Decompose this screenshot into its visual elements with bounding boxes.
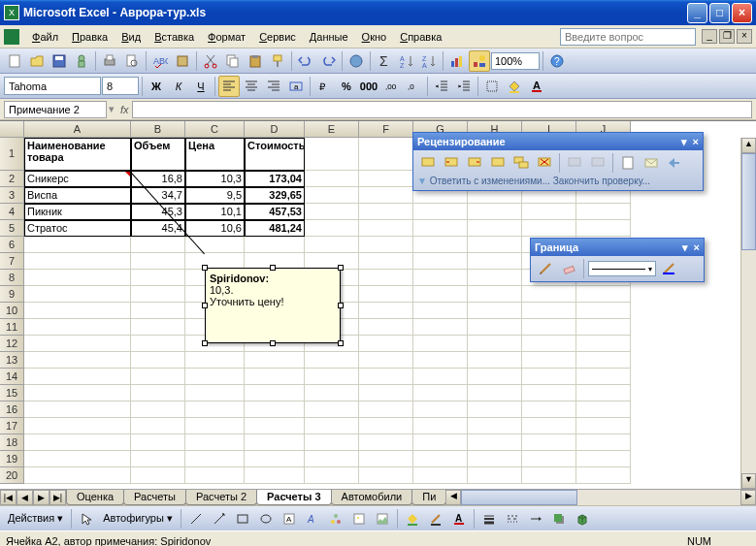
- row-header-7[interactable]: 7: [0, 253, 24, 270]
- copy-icon[interactable]: [222, 50, 244, 72]
- research-icon[interactable]: [172, 50, 193, 72]
- cell-A11[interactable]: [24, 319, 131, 336]
- cell-H11[interactable]: [468, 319, 522, 336]
- cell-A18[interactable]: [24, 434, 131, 451]
- cell-A5[interactable]: Стратос: [24, 220, 131, 237]
- increase-decimal-button[interactable]: ,00: [380, 76, 402, 97]
- cell-F13[interactable]: [359, 352, 413, 369]
- tab-first-button[interactable]: |◀: [0, 490, 16, 505]
- cell-I19[interactable]: [522, 451, 576, 467]
- line-style-selector[interactable]: ▾: [588, 261, 656, 276]
- cell-F16[interactable]: [359, 401, 413, 418]
- cell-H12[interactable]: [468, 336, 522, 352]
- cell-D2[interactable]: 173,04: [245, 171, 305, 187]
- cell-H19[interactable]: [468, 451, 522, 467]
- maximize-button[interactable]: □: [709, 3, 730, 23]
- cell-I17[interactable]: [522, 418, 576, 434]
- cell-J18[interactable]: [576, 434, 631, 451]
- cell-C17[interactable]: [185, 418, 245, 434]
- bold-button[interactable]: Ж: [146, 76, 167, 97]
- help-icon[interactable]: ?: [546, 50, 568, 72]
- row-header-20[interactable]: 20: [0, 467, 24, 484]
- menu-формат[interactable]: Формат: [201, 29, 252, 45]
- cell-A3[interactable]: Виспа: [24, 187, 131, 204]
- font-selector[interactable]: [4, 77, 101, 95]
- cell-C20[interactable]: [185, 467, 245, 484]
- cell-A1[interactable]: Наименование товара: [24, 138, 131, 171]
- cell-H6[interactable]: [468, 237, 522, 253]
- cell-F15[interactable]: [359, 385, 413, 401]
- review-toolbar-close[interactable]: ×: [693, 136, 699, 147]
- cell-H16[interactable]: [468, 401, 522, 418]
- erase-border-icon[interactable]: [558, 258, 579, 279]
- sheet-tab-0[interactable]: Оценка: [66, 490, 124, 505]
- cell-E16[interactable]: [305, 401, 359, 418]
- menu-данные[interactable]: Данные: [303, 29, 355, 45]
- cell-E20[interactable]: [305, 467, 359, 484]
- picture-icon[interactable]: [372, 508, 393, 530]
- name-box[interactable]: [4, 101, 107, 118]
- cell-A4[interactable]: Пикник: [24, 204, 131, 220]
- borders-button[interactable]: [481, 76, 503, 97]
- workbook-icon[interactable]: [4, 29, 19, 45]
- border-toolbar[interactable]: Граница ▾ × ▾: [530, 238, 705, 282]
- textbox-icon[interactable]: A: [279, 508, 300, 530]
- cell-C19[interactable]: [185, 451, 245, 467]
- cell-F10[interactable]: [359, 303, 413, 319]
- row-header-5[interactable]: 5: [0, 220, 24, 237]
- cell-J10[interactable]: [576, 303, 631, 319]
- cell-H8[interactable]: [468, 270, 522, 286]
- cell-I14[interactable]: [522, 369, 576, 385]
- fill-color-button[interactable]: [504, 76, 525, 97]
- hyperlink-icon[interactable]: [345, 50, 367, 72]
- cell-E15[interactable]: [305, 385, 359, 401]
- scroll-down-button[interactable]: ▼: [741, 473, 756, 489]
- cell-G6[interactable]: [413, 237, 468, 253]
- increase-indent-button[interactable]: [453, 76, 475, 97]
- undo-icon[interactable]: [295, 50, 316, 72]
- save-icon[interactable]: [49, 50, 70, 72]
- cell-C6[interactable]: [185, 237, 245, 253]
- cell-E2[interactable]: [305, 171, 359, 187]
- cell-D14[interactable]: [245, 369, 305, 385]
- cell-B2[interactable]: 16,8: [131, 171, 185, 187]
- cell-F9[interactable]: [359, 286, 413, 303]
- sheet-tab-1[interactable]: Расчеты: [123, 490, 186, 505]
- cell-E17[interactable]: [305, 418, 359, 434]
- cell-G12[interactable]: [413, 336, 468, 352]
- cell-C14[interactable]: [185, 369, 245, 385]
- arrow-icon[interactable]: [209, 508, 230, 530]
- show-ink-icon[interactable]: [564, 152, 585, 174]
- menu-файл[interactable]: Файл: [25, 29, 65, 45]
- cell-E14[interactable]: [305, 369, 359, 385]
- actions-menu[interactable]: Действия ▾: [4, 512, 67, 525]
- cell-E13[interactable]: [305, 352, 359, 369]
- cell-I13[interactable]: [522, 352, 576, 369]
- cell-G18[interactable]: [413, 434, 468, 451]
- cell-J12[interactable]: [576, 336, 631, 352]
- cell-J20[interactable]: [576, 467, 631, 484]
- cell-H4[interactable]: [468, 204, 522, 220]
- sheet-tab-4[interactable]: Автомобили: [331, 490, 413, 505]
- minimize-button[interactable]: _: [687, 3, 707, 23]
- cell-A15[interactable]: [24, 385, 131, 401]
- cell-F6[interactable]: [359, 237, 413, 253]
- draw-border-icon[interactable]: [535, 258, 556, 279]
- doc-restore-button[interactable]: ❐: [719, 29, 735, 44]
- cell-J14[interactable]: [576, 369, 631, 385]
- cell-A19[interactable]: [24, 451, 131, 467]
- cell-H7[interactable]: [468, 253, 522, 270]
- print-icon[interactable]: [99, 50, 120, 72]
- cell-C16[interactable]: [185, 401, 245, 418]
- tab-next-button[interactable]: ▶: [33, 490, 49, 505]
- delete-ink-icon[interactable]: [587, 152, 608, 174]
- cell-F20[interactable]: [359, 467, 413, 484]
- doc-minimize-button[interactable]: _: [702, 29, 717, 44]
- cell-I4[interactable]: [522, 204, 576, 220]
- row-header-6[interactable]: 6: [0, 237, 24, 253]
- spelling-icon[interactable]: ABC: [149, 50, 171, 72]
- autoshapes-menu[interactable]: Автофигуры ▾: [99, 512, 177, 525]
- next-comment-icon[interactable]: [464, 152, 485, 174]
- cell-G9[interactable]: [413, 286, 468, 303]
- cell-C4[interactable]: 10,1: [185, 204, 245, 220]
